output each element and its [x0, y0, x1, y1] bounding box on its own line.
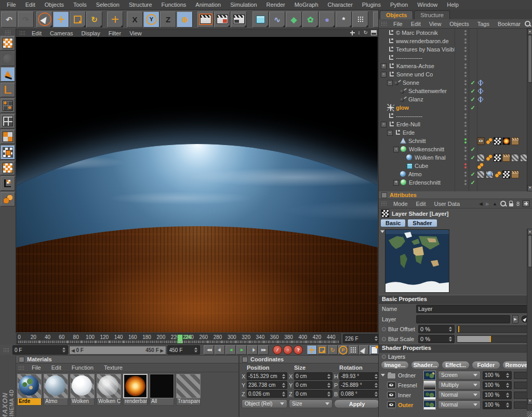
stepper-icon[interactable]	[449, 336, 453, 342]
visibility-dots[interactable]	[462, 97, 469, 102]
play-forward-button[interactable]: ▶	[236, 345, 247, 355]
attributes-titlebar[interactable]: Attributes	[379, 191, 532, 199]
layer-visibility-icon[interactable]	[387, 401, 396, 408]
tree-row[interactable]: Glanz✓	[379, 95, 527, 103]
phong-tag-icon[interactable]	[486, 138, 493, 145]
menu-animation[interactable]: Animation	[191, 1, 225, 8]
stepper-icon[interactable]	[327, 374, 331, 379]
object-label[interactable]: Erde	[403, 129, 415, 136]
stepper-icon[interactable]	[375, 336, 378, 341]
tree-row[interactable]: +Kamera-Achse	[379, 62, 527, 70]
world-map-preview[interactable]	[385, 229, 449, 293]
menu-objects[interactable]: Objects	[40, 1, 69, 8]
autokey-help-button[interactable]: ?	[294, 345, 303, 355]
stripes-tag-icon[interactable]	[477, 171, 485, 178]
rotate-view-icon[interactable]: ↻	[364, 30, 368, 35]
coord-field[interactable]: 0 cm	[294, 390, 332, 398]
materials-menu-function[interactable]: Function	[66, 364, 99, 371]
tree-row[interactable]: Atmo✓	[379, 170, 527, 178]
checker-tag-icon[interactable]	[494, 137, 501, 145]
viewport-menu-edit[interactable]: Edit	[28, 30, 46, 36]
coord-field[interactable]: 0 cm	[294, 381, 332, 389]
panel-grip-icon[interactable]	[381, 21, 387, 26]
material-item[interactable]: Wolken	[70, 374, 95, 406]
material-item[interactable]: Transparen	[176, 374, 201, 406]
tree-row[interactable]: Schattenwerfer✓	[379, 87, 527, 95]
shader-button[interactable]: Shader...	[411, 361, 439, 369]
tree-row[interactable]: -Erde-Null	[379, 120, 527, 128]
history-count[interactable]: 8	[516, 201, 520, 207]
live-selection-icon[interactable]	[36, 11, 52, 28]
menu-plugins[interactable]: Plugins	[357, 1, 385, 8]
tab-shader[interactable]: Shader	[407, 219, 437, 227]
blend-mode-dropdown[interactable]: Screen	[438, 371, 481, 380]
visibility-dots[interactable]	[462, 172, 469, 177]
layer-opacity-field[interactable]: 100 %	[483, 371, 512, 380]
nav-forward-icon[interactable]: ▶	[486, 201, 489, 206]
texture-axis-mode-icon[interactable]	[1, 161, 15, 175]
scroll-up-icon[interactable]: ▲	[527, 29, 532, 35]
search-icon[interactable]	[525, 21, 530, 27]
nav-back-icon[interactable]: ◀	[479, 201, 483, 206]
stripes-tag-icon[interactable]	[477, 154, 485, 162]
stripes-tag-icon[interactable]	[520, 154, 527, 162]
render-queue-icon[interactable]	[231, 11, 247, 28]
render-view-icon[interactable]	[197, 11, 214, 28]
visibility-dots[interactable]	[462, 147, 469, 152]
deformers-icon[interactable]: ●	[319, 11, 335, 28]
image-button[interactable]: Image...	[381, 361, 409, 369]
ke yframe-dot-icon[interactable]	[382, 337, 386, 341]
object-label[interactable]: Schattenwerfer	[408, 88, 447, 94]
panel-grip-icon[interactable]	[19, 31, 25, 35]
material-item[interactable]: Atmo	[44, 374, 68, 406]
eye-tag-icon[interactable]	[477, 137, 485, 145]
key-rotation-button[interactable]: ↻	[328, 345, 338, 355]
target-tag-icon[interactable]	[477, 88, 484, 95]
stepper-icon[interactable]	[375, 383, 378, 388]
object-label[interactable]: Schnitt	[408, 138, 426, 144]
object-label[interactable]: glow	[396, 105, 409, 111]
tree-scrollbar[interactable]: ▲ ▼	[527, 29, 532, 191]
attributes-scrollbar[interactable]: ▲ ▼	[527, 229, 532, 411]
coord-field[interactable]: -515.329 cm	[247, 372, 287, 380]
object-label[interactable]: Atmo	[408, 171, 422, 177]
fire-tag-icon[interactable]	[502, 137, 510, 145]
record-keyframe-button[interactable]: ∕	[273, 345, 282, 355]
scroll-down-icon[interactable]: ▼	[527, 398, 532, 405]
stepper-icon[interactable]	[194, 347, 198, 353]
viewport-menu-display[interactable]: Display	[77, 30, 104, 36]
next-frame-button[interactable]: ▕▶	[247, 345, 258, 355]
zoom-view-icon[interactable]: ↕	[358, 30, 361, 35]
menu-selection[interactable]: Selection	[91, 1, 124, 8]
layer-thumbnail[interactable]	[423, 381, 436, 390]
object-label[interactable]: www.renderbaron.de	[396, 38, 449, 44]
rotate-tool-icon[interactable]: ↻	[86, 11, 102, 28]
comp-tag-icon[interactable]	[502, 154, 510, 162]
spline-icon[interactable]: ∿	[269, 11, 285, 28]
checker-tag-icon[interactable]	[494, 154, 501, 162]
menu-window[interactable]: Window	[413, 1, 442, 8]
redo-icon[interactable]: ↷	[18, 11, 34, 28]
current-frame-field[interactable]: 226 F	[343, 334, 380, 343]
object-label[interactable]: Sonne	[403, 80, 419, 86]
material-thumbnail[interactable]	[44, 374, 68, 398]
visibility-dots[interactable]	[462, 47, 469, 52]
coord-mode-dropdown[interactable]: Object (Rel)	[242, 399, 287, 408]
coord-field[interactable]: 0.026 cm	[247, 390, 287, 398]
menu-python[interactable]: Python	[385, 1, 413, 8]
visibility-dots[interactable]	[462, 155, 469, 160]
material-item[interactable]: All	[150, 374, 174, 406]
object-label[interactable]: © Marc Potocnik	[396, 30, 438, 36]
visibility-dots[interactable]	[462, 30, 469, 35]
visibility-dots[interactable]	[462, 38, 469, 44]
last-tool-icon[interactable]	[107, 11, 123, 28]
timeline-range-scrollbar[interactable]: ◀ 0 F 450 F ▶	[69, 346, 166, 355]
render-settings-icon[interactable]	[214, 11, 230, 28]
object-label[interactable]: Textures by Nasa Visible Eart	[396, 46, 455, 53]
timeline-ruler[interactable]: 0204060801001201401601802002202402602803…	[17, 333, 341, 344]
menu-character[interactable]: Character	[323, 1, 357, 8]
effect-button[interactable]: Effect...	[442, 361, 470, 369]
keyframe-dot-icon[interactable]	[382, 355, 386, 359]
visibility-dots[interactable]	[462, 88, 469, 94]
material-thumbnail[interactable]	[176, 374, 201, 398]
